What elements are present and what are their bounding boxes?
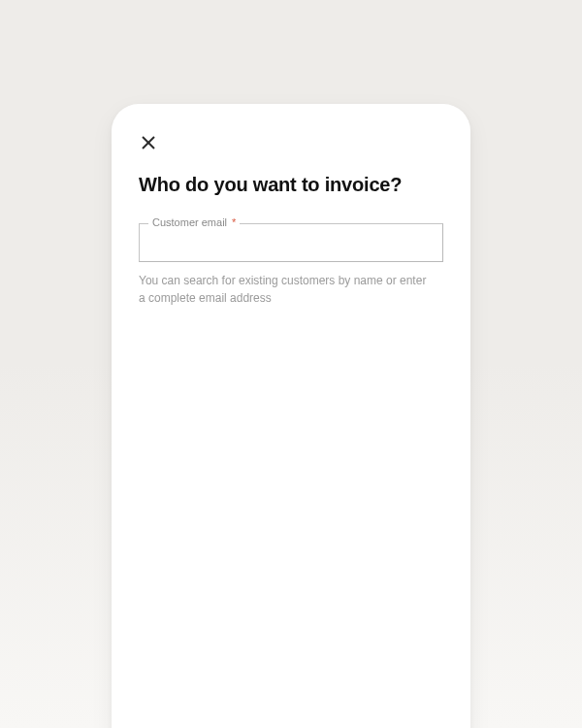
invoice-modal: Who do you want to invoice? Customer ema… <box>112 104 470 728</box>
customer-email-label: Customer email * <box>148 215 240 229</box>
modal-title: Who do you want to invoice? <box>139 174 443 196</box>
close-icon <box>141 135 156 154</box>
close-button[interactable] <box>137 133 160 156</box>
customer-email-helper: You can search for existing customers by… <box>139 272 430 307</box>
label-text: Customer email <box>152 216 227 228</box>
customer-email-field-wrap: Customer email * <box>139 223 443 262</box>
required-marker: * <box>232 216 236 228</box>
customer-email-input[interactable] <box>139 223 443 262</box>
